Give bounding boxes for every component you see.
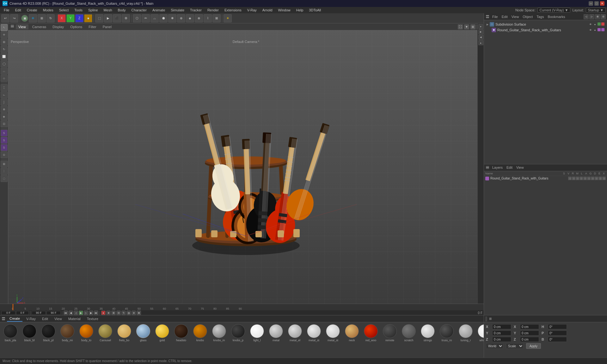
end-frame-input[interactable] <box>32 311 46 315</box>
key-filter-btn[interactable]: ⊞ <box>111 311 116 315</box>
menu-tools[interactable]: Tools <box>72 8 85 13</box>
material-black-pl[interactable]: black_pl <box>39 324 58 363</box>
material-black-bl[interactable]: black_bl <box>20 324 39 363</box>
material-carousel[interactable]: Carousel <box>96 324 114 363</box>
obj-render-btn[interactable]: ● <box>593 22 597 26</box>
lock-btn[interactable]: ■ <box>84 14 92 22</box>
menu-edit-layers[interactable]: Edit <box>505 166 514 169</box>
obj2-eye-btn[interactable]: 👁 <box>589 28 592 32</box>
next-key-btn[interactable]: ▷ <box>84 311 88 315</box>
menu-spline[interactable]: Spline <box>86 8 101 13</box>
props-x2-input[interactable] <box>520 324 539 329</box>
path-anim-btn[interactable]: ⊟ <box>116 311 121 315</box>
material-menu-btn[interactable] <box>1 317 6 321</box>
material-red-woo[interactable]: red_woo <box>362 324 380 363</box>
cube-btn[interactable]: ⬡ <box>133 14 141 22</box>
vp-tab-options[interactable]: Options <box>68 24 85 29</box>
playhead[interactable] <box>13 304 13 310</box>
operation-select[interactable]: Scale Move Rotate <box>506 343 524 349</box>
maximize-button[interactable]: □ <box>594 1 599 6</box>
array-tool[interactable]: ⋮ <box>1 168 8 175</box>
side-btn-1[interactable]: ▼ <box>478 24 483 29</box>
play-btn[interactable]: ▶ <box>79 311 83 315</box>
y-axis-btn[interactable]: Y <box>66 14 75 22</box>
menu-body[interactable]: Body <box>115 8 128 13</box>
render-btn[interactable]: ⬛ <box>113 14 121 22</box>
material-tuning-r[interactable]: tuning_r <box>457 324 475 363</box>
menu-bookmarks-objects[interactable]: Bookmarks <box>546 15 566 19</box>
menu-modes[interactable]: Modes <box>40 8 56 13</box>
material-metal-el[interactable]: metal_el <box>286 324 304 363</box>
select-rect-tool[interactable]: ⬜ <box>1 53 8 60</box>
props-y-input[interactable] <box>492 331 511 336</box>
props-x-input[interactable] <box>492 324 511 329</box>
tweak-tool[interactable]: ⊹ <box>1 75 8 82</box>
prev-frame-btn[interactable]: ◀ <box>69 311 73 315</box>
material-metal-st2[interactable]: metal_st <box>324 324 342 363</box>
material-light-l[interactable]: light_l <box>248 324 266 363</box>
props-z-input[interactable] <box>492 337 511 342</box>
menu-vray[interactable]: V-Ray <box>245 8 259 13</box>
obj2-render-btn[interactable]: ● <box>593 28 597 32</box>
material-knobs[interactable]: knobs <box>191 324 209 363</box>
sculpt-tool-3[interactable]: S <box>1 144 8 151</box>
menu-render[interactable]: Render <box>205 8 221 13</box>
obj-panel-btn2[interactable]: ▷ <box>589 14 594 19</box>
layer-ctrl-s[interactable]: ◎ <box>568 177 572 180</box>
x-axis-btn[interactable]: X <box>58 14 66 22</box>
vp-settings-btn[interactable]: ⊞ <box>470 24 475 29</box>
menu-arnold[interactable]: Arnold <box>260 8 275 13</box>
menu-animate[interactable]: Animate <box>150 8 168 13</box>
material-gold[interactable]: gold <box>153 324 171 363</box>
layer-ctrl-e[interactable]: ◎ <box>598 177 602 180</box>
material-strings[interactable]: strings <box>419 324 437 363</box>
object-panel-menu-btn[interactable] <box>485 15 490 19</box>
vp-render-btn[interactable]: ▼ <box>464 24 469 29</box>
layers-panel-menu-btn[interactable] <box>485 166 490 170</box>
goto-start-btn[interactable]: ⏮ <box>64 311 68 315</box>
scale-tool[interactable]: ⊞ <box>1 39 8 46</box>
menu-extensions[interactable]: Extensions <box>222 8 244 13</box>
props-h-input[interactable] <box>548 324 567 329</box>
scale-tool-btn[interactable]: ⊞ <box>38 14 46 22</box>
side-btn-4[interactable]: ▲ <box>478 40 483 45</box>
obj-color-btn[interactable] <box>598 22 601 26</box>
material-headsto[interactable]: headsto <box>172 324 190 363</box>
menu-character[interactable]: Character <box>129 8 149 13</box>
rotate-tool[interactable]: ↻ <box>1 46 8 53</box>
next-frame-btn[interactable]: ▶ <box>89 311 93 315</box>
z-axis-btn[interactable]: Z <box>75 14 83 22</box>
cursor-tool[interactable]: ↖ <box>1 24 8 31</box>
light-btn[interactable]: ☀ <box>224 14 232 22</box>
material-glass[interactable]: glass <box>134 324 152 363</box>
poly-btn[interactable]: ⬟ <box>159 14 168 22</box>
obj-eye-btn[interactable]: 👁 <box>589 22 592 26</box>
material-knobs-m[interactable]: knobs_m <box>210 324 228 363</box>
vp-tab-filter[interactable]: Filter <box>86 24 99 29</box>
sculpt-tool-2[interactable]: S <box>1 137 8 144</box>
model-mode-btn[interactable]: ▣ <box>21 15 28 22</box>
menu-file-objects[interactable]: File <box>491 15 499 19</box>
object-item-guitar-rack[interactable]: ⬟ Round_Guitar_Stand_Rack_with_Guitars 👁… <box>485 27 606 33</box>
material-truss-ro[interactable]: truss_ro <box>438 324 456 363</box>
sculpt-tool-1[interactable]: S <box>1 130 8 136</box>
menu-mesh[interactable]: Mesh <box>101 8 115 13</box>
layer-ctrl-a[interactable]: ◎ <box>587 177 591 180</box>
obj-panel-btn1[interactable]: ◁ <box>584 14 589 19</box>
soft-tool[interactable]: ◌ <box>1 175 8 182</box>
render-region-btn[interactable]: ⬚ <box>95 14 103 22</box>
material-body-mi[interactable]: body_mi <box>58 324 77 363</box>
props-z2-input[interactable] <box>520 337 539 342</box>
minimize-button[interactable]: ─ <box>589 1 593 6</box>
select-circle-tool[interactable]: ◯ <box>1 60 8 67</box>
obj-panel-btn3[interactable]: ⊞ <box>595 14 600 19</box>
object-item-subdivision[interactable]: ▶ ⬡ Subdivision Surface 👁 ● <box>485 21 606 27</box>
menu-view-objects[interactable]: View <box>510 15 520 19</box>
tab-edit-mat[interactable]: Edit <box>40 316 51 321</box>
iron-tool[interactable]: ⌡ <box>1 99 8 106</box>
tab-texture[interactable]: Texture <box>84 316 101 321</box>
layer-ctrl-l[interactable]: ◎ <box>583 177 587 180</box>
obj-panel-btn4[interactable]: ⊟ <box>601 14 606 19</box>
menu-object-objects[interactable]: Object <box>521 15 534 19</box>
material-body-to[interactable]: body_to <box>77 324 95 363</box>
